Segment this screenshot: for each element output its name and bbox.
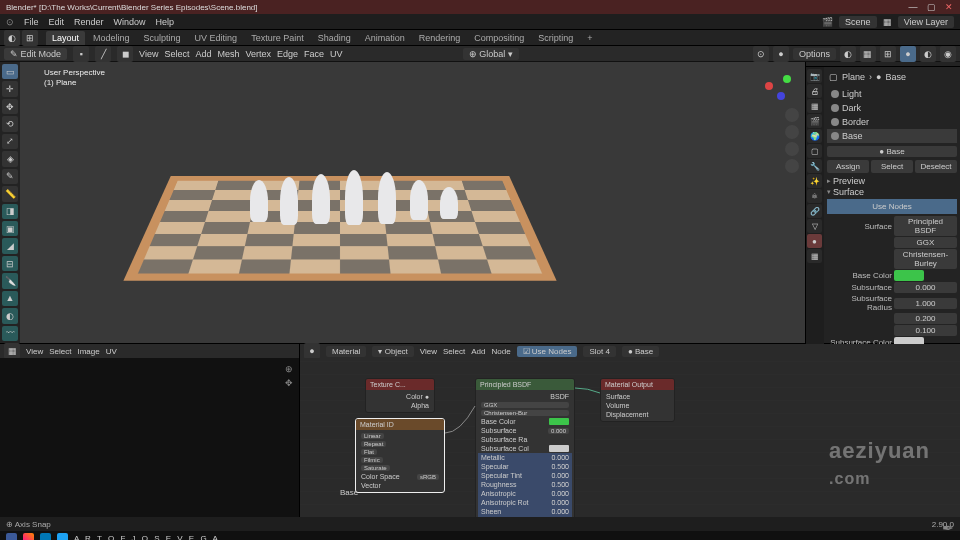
- tool-inset[interactable]: ▣: [2, 221, 18, 236]
- shading-solid[interactable]: ●: [900, 46, 916, 62]
- camera-icon[interactable]: [785, 142, 799, 156]
- se-menu-node[interactable]: Node: [491, 347, 510, 356]
- slot-selector[interactable]: Slot 4: [583, 346, 615, 357]
- nav-gizmo[interactable]: [765, 72, 795, 102]
- prop-tab-particle[interactable]: ✨: [807, 174, 822, 188]
- assign-button[interactable]: Assign: [827, 160, 869, 173]
- tab-layout[interactable]: Layout: [46, 31, 85, 45]
- uv-menu-image[interactable]: Image: [77, 347, 99, 356]
- prop-tab-modifier[interactable]: 🔧: [807, 159, 822, 173]
- tool-extrude[interactable]: ◨: [2, 204, 18, 219]
- header-menu-add[interactable]: Add: [195, 49, 211, 59]
- tab-modeling[interactable]: Modeling: [87, 31, 136, 45]
- proportional-toggle[interactable]: ●: [773, 46, 789, 62]
- prop-tab-physics[interactable]: ⚛: [807, 189, 822, 203]
- tool-select-box[interactable]: ▭: [2, 64, 18, 79]
- viewlayer-selector[interactable]: View Layer: [898, 16, 954, 28]
- mat-slot[interactable]: Light: [827, 87, 957, 101]
- mat-selector[interactable]: ● Base: [622, 346, 659, 357]
- tool-polybuild[interactable]: ▲: [2, 291, 18, 306]
- tool-bevel[interactable]: ◢: [2, 238, 18, 253]
- 3d-viewport[interactable]: User Perspective (1) Plane: [20, 62, 805, 343]
- tool-cursor[interactable]: ✛: [2, 81, 18, 96]
- pan-icon[interactable]: [785, 125, 799, 139]
- se-menu-add[interactable]: Add: [471, 347, 485, 356]
- sss-r2[interactable]: 0.100: [894, 325, 957, 336]
- tab-uv[interactable]: UV Editing: [189, 31, 244, 45]
- ws-icon[interactable]: ⊞: [22, 30, 38, 46]
- facebook-icon[interactable]: [6, 533, 17, 541]
- subsurface-field[interactable]: 0.000: [894, 282, 957, 293]
- sss-r0[interactable]: 1.000: [894, 298, 957, 309]
- tab-compositing[interactable]: Compositing: [468, 31, 530, 45]
- menu-render[interactable]: Render: [74, 17, 104, 27]
- se-menu-view[interactable]: View: [420, 347, 437, 356]
- select-button[interactable]: Select: [871, 160, 913, 173]
- select-mode-edge[interactable]: ╱: [95, 46, 111, 62]
- mat-slot[interactable]: Dark: [827, 101, 957, 115]
- shading-matprev[interactable]: ◐: [920, 46, 936, 62]
- menu-help[interactable]: Help: [156, 17, 175, 27]
- material-slot-list[interactable]: Light Dark Border Base: [827, 87, 957, 143]
- use-nodes-toggle[interactable]: ☑ Use Nodes: [517, 346, 578, 357]
- sss-method-field[interactable]: Christensen-Burley: [894, 249, 957, 269]
- uv-canvas[interactable]: ⊕ ✥: [0, 358, 299, 517]
- tool-scale[interactable]: ⤢: [2, 134, 18, 149]
- select-mode-vert[interactable]: ▪: [73, 46, 89, 62]
- tab-scripting[interactable]: Scripting: [532, 31, 579, 45]
- twitter-icon[interactable]: [57, 533, 68, 541]
- deselect-button[interactable]: Deselect: [915, 160, 957, 173]
- shader-type-icon[interactable]: ●: [304, 343, 320, 359]
- preview-panel[interactable]: Preview: [833, 176, 865, 186]
- tool-move[interactable]: ✥: [2, 99, 18, 114]
- tab-texture[interactable]: Texture Paint: [245, 31, 310, 45]
- surface-shader[interactable]: Principled BSDF: [894, 216, 957, 236]
- use-nodes-button[interactable]: Use Nodes: [827, 199, 957, 214]
- prop-tab-material[interactable]: ●: [807, 234, 822, 248]
- instagram-icon[interactable]: [23, 533, 34, 541]
- node-basecolor[interactable]: [549, 418, 569, 425]
- minimize-button[interactable]: —: [908, 2, 918, 12]
- se-menu-select[interactable]: Select: [443, 347, 465, 356]
- shader-type[interactable]: ▾ Object: [372, 346, 413, 357]
- tab-shading[interactable]: Shading: [312, 31, 357, 45]
- orientation-selector[interactable]: ⊕ Global ▾: [463, 48, 519, 60]
- tool-measure[interactable]: 📏: [2, 186, 18, 201]
- close-button[interactable]: ✕: [944, 2, 954, 12]
- ws-icon[interactable]: ◐: [4, 30, 20, 46]
- shading-wire[interactable]: ⊞: [880, 46, 896, 62]
- prop-tab-texture[interactable]: ▦: [807, 249, 822, 263]
- header-menu-face[interactable]: Face: [304, 49, 324, 59]
- node-texcoord[interactable]: Texture C... Color ● Alpha: [365, 378, 435, 413]
- header-menu-mesh[interactable]: Mesh: [217, 49, 239, 59]
- linkedin-icon[interactable]: [40, 533, 51, 541]
- tool-annotate[interactable]: ✎: [2, 169, 18, 184]
- menu-file[interactable]: File: [24, 17, 39, 27]
- tool-rotate[interactable]: ⟲: [2, 116, 18, 131]
- tool-knife[interactable]: 🔪: [2, 273, 18, 288]
- node-principled-bsdf[interactable]: Principled BSDF BSDF GGX Christensen-Bur…: [475, 378, 575, 517]
- sss-r1[interactable]: 0.200: [894, 313, 957, 324]
- prop-tab-viewlayer[interactable]: ▦: [807, 99, 822, 113]
- tab-rendering[interactable]: Rendering: [413, 31, 467, 45]
- uv-editor[interactable]: ▦ View Select Image UV ⊕ ✥: [0, 344, 300, 517]
- node-canvas[interactable]: Base Texture C... Color ● Alpha Material…: [300, 358, 960, 517]
- options-dropdown[interactable]: Options: [793, 48, 836, 60]
- header-menu-select[interactable]: Select: [164, 49, 189, 59]
- shader-editor[interactable]: ● Material ▾ Object View Select Add Node…: [300, 344, 960, 517]
- prop-tab-world[interactable]: 🌍: [807, 129, 822, 143]
- tool-smooth[interactable]: 〰: [2, 326, 18, 341]
- object-name[interactable]: Plane: [842, 72, 865, 82]
- uv-menu-view[interactable]: View: [26, 347, 43, 356]
- prop-tab-output[interactable]: 🖨: [807, 84, 822, 98]
- material-name[interactable]: Base: [885, 72, 906, 82]
- prop-tab-scene[interactable]: 🎬: [807, 114, 822, 128]
- scene-selector[interactable]: Scene: [839, 16, 877, 28]
- overlay-toggle[interactable]: ◐: [840, 46, 856, 62]
- tab-animation[interactable]: Animation: [359, 31, 411, 45]
- distribution-field[interactable]: GGX: [894, 237, 957, 248]
- surface-panel[interactable]: Surface: [833, 187, 864, 197]
- prop-tab-mesh[interactable]: ▽: [807, 219, 822, 233]
- prop-tab-render[interactable]: 📷: [807, 69, 822, 83]
- tool-transform[interactable]: ◈: [2, 151, 18, 166]
